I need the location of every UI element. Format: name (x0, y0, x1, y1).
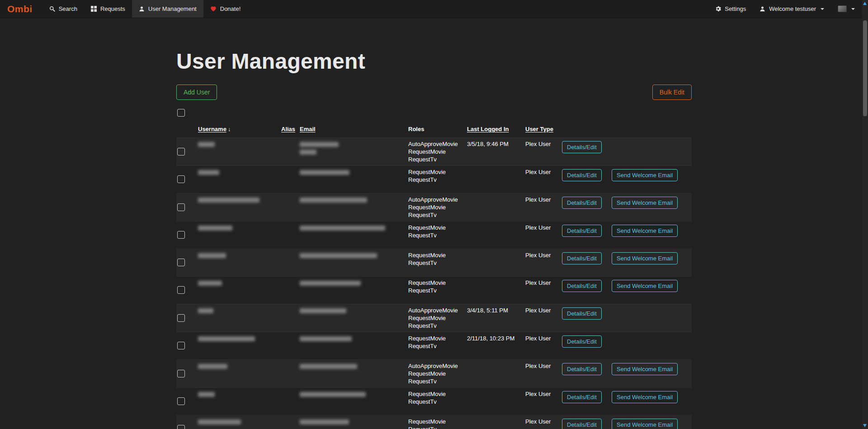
role-label: RequestTv (408, 231, 462, 239)
requests-grid-icon (91, 6, 97, 12)
nav-item-settings[interactable]: Settings (708, 0, 753, 18)
redacted-username (198, 308, 213, 313)
details-edit-button[interactable]: Details/Edit (562, 280, 602, 292)
user-type-value: Plex User (525, 224, 557, 231)
column-header-username[interactable]: Username (198, 126, 226, 132)
details-edit-button[interactable]: Details/Edit (562, 363, 602, 375)
details-edit-button[interactable]: Details/Edit (562, 141, 602, 153)
role-label: RequestTv (408, 259, 462, 267)
nav-item-donate[interactable]: Donate! (203, 0, 248, 18)
column-header-alias[interactable]: Alias (281, 126, 295, 132)
send-welcome-email-button[interactable]: Send Welcome Email (612, 363, 678, 375)
row-checkbox[interactable] (177, 425, 185, 429)
send-welcome-email-button[interactable]: Send Welcome Email (612, 419, 678, 429)
caret-down-icon (851, 8, 855, 10)
row-checkbox[interactable] (177, 203, 185, 211)
bulk-edit-button[interactable]: Bulk Edit (652, 85, 692, 100)
nav-item-label: Welcome testuser (769, 5, 816, 12)
send-welcome-email-button[interactable]: Send Welcome Email (612, 280, 678, 292)
gear-icon (715, 6, 721, 12)
row-checkbox[interactable] (177, 148, 185, 156)
nav-item-label: Donate! (220, 5, 241, 12)
row-checkbox[interactable] (177, 397, 185, 405)
redacted-email (300, 392, 366, 397)
role-label: RequestMovie (408, 224, 462, 231)
scrollbar[interactable] (862, 0, 868, 429)
redacted-username (198, 253, 226, 258)
details-edit-button[interactable]: Details/Edit (562, 169, 602, 181)
role-label: RequestTv (408, 425, 462, 429)
table-row: RequestMovieRequestTv2/11/18, 10:23 PMPl… (176, 332, 692, 359)
redacted-username (198, 226, 232, 231)
scroll-up-arrow-icon[interactable] (863, 2, 867, 5)
actions-row: Add User Bulk Edit (176, 85, 692, 100)
role-label: RequestMovie (408, 148, 462, 156)
role-label: RequestMovie (408, 335, 462, 342)
role-label: RequestMovie (408, 168, 462, 176)
nav-item-user-management[interactable]: User Management (132, 0, 203, 18)
brand-ombi[interactable]: Ombi (7, 0, 33, 18)
redacted-email (300, 150, 316, 155)
send-welcome-email-button[interactable]: Send Welcome Email (612, 391, 678, 403)
column-header-user-type[interactable]: User Type (525, 126, 553, 132)
scroll-down-arrow-icon[interactable] (863, 424, 867, 427)
table-row: RequestMovieRequestTvPlex UserDetails/Ed… (176, 415, 692, 429)
nav-item-label: Search (59, 5, 77, 12)
table-row: RequestMovieRequestTvPlex UserDetails/Ed… (176, 249, 692, 276)
user-type-value: Plex User (525, 140, 557, 148)
user-type-value: Plex User (525, 168, 557, 176)
send-welcome-email-button[interactable]: Send Welcome Email (612, 169, 678, 181)
caret-down-icon (821, 8, 824, 10)
details-edit-button[interactable]: Details/Edit (562, 307, 602, 320)
details-edit-button[interactable]: Details/Edit (562, 335, 602, 348)
role-label: AutoApproveMovie (408, 140, 462, 148)
details-edit-button[interactable]: Details/Edit (562, 419, 602, 429)
row-checkbox[interactable] (177, 314, 185, 322)
table-row: AutoApproveMovieRequestMovieRequestTvPle… (176, 359, 692, 387)
details-edit-button[interactable]: Details/Edit (562, 197, 602, 209)
redacted-email (300, 308, 346, 313)
role-label: RequestTv (408, 377, 462, 385)
role-label: RequestMovie (408, 370, 462, 377)
row-checkbox[interactable] (177, 370, 185, 377)
role-label: RequestTv (408, 398, 462, 405)
nav-items: Search Requests User Management Donate! (42, 0, 248, 18)
user-menu[interactable]: Welcome testuser (753, 0, 831, 18)
column-header-roles: Roles (408, 126, 424, 132)
row-checkbox[interactable] (177, 286, 185, 294)
redacted-username (198, 281, 222, 286)
details-edit-button[interactable]: Details/Edit (562, 225, 602, 237)
details-edit-button[interactable]: Details/Edit (562, 252, 602, 264)
avatar-menu[interactable] (831, 0, 862, 18)
nav-item-label: Settings (725, 5, 746, 12)
main-content: User Management Add User Bulk Edit Usern… (0, 18, 868, 429)
row-checkbox[interactable] (177, 231, 185, 239)
select-all-checkbox[interactable] (177, 109, 185, 117)
redacted-username (198, 392, 215, 397)
nav-item-search[interactable]: Search (42, 0, 84, 18)
role-label: RequestMovie (408, 314, 462, 322)
role-label: RequestTv (408, 287, 462, 294)
send-welcome-email-button[interactable]: Send Welcome Email (612, 197, 678, 209)
select-all-wrap (177, 109, 692, 118)
redacted-email (300, 226, 385, 231)
details-edit-button[interactable]: Details/Edit (562, 391, 602, 403)
column-header-last-logged-in[interactable]: Last Logged In (467, 126, 509, 132)
user-type-value: Plex User (525, 390, 557, 398)
role-label: AutoApproveMovie (408, 306, 462, 314)
send-welcome-email-button[interactable]: Send Welcome Email (612, 225, 678, 237)
add-user-button[interactable]: Add User (176, 85, 217, 100)
row-checkbox[interactable] (177, 175, 185, 183)
role-label: RequestTv (408, 211, 462, 219)
scrollbar-thumb[interactable] (863, 20, 867, 116)
user-type-value: Plex User (525, 335, 557, 342)
redacted-username (198, 420, 241, 424)
row-checkbox[interactable] (177, 342, 185, 349)
column-header-email[interactable]: Email (300, 126, 316, 132)
redacted-email (300, 364, 357, 369)
user-type-value: Plex User (525, 418, 557, 425)
send-welcome-email-button[interactable]: Send Welcome Email (612, 252, 678, 264)
nav-item-requests[interactable]: Requests (84, 0, 132, 18)
role-label: RequestTv (408, 342, 462, 350)
row-checkbox[interactable] (177, 259, 185, 266)
